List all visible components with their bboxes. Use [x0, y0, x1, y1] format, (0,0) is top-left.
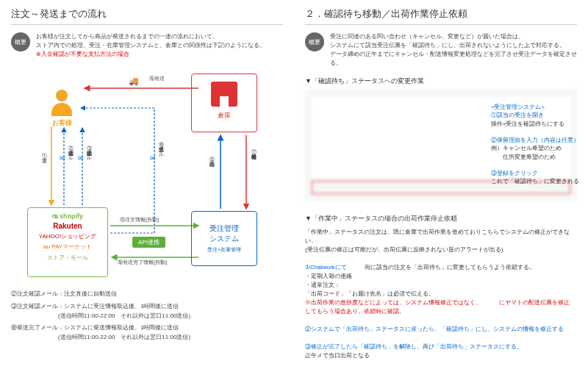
footer-notes: ②注文確認メール：注文直後に自動送信 ③注文確認メール：システムに受注情報取込後… — [11, 290, 283, 343]
summary-text: お客様が注文してから商品が発送されるまでの一連の流れにおいて、 ストア内での処理… — [36, 32, 265, 59]
section1-title: ▼「確認待ち」ステータスへの変更作業 — [305, 76, 577, 86]
customer-node: お客様 — [51, 90, 72, 128]
rakuten-logo: Rakuten — [32, 222, 103, 230]
api-badge: API連携 — [132, 237, 165, 248]
label-shipping: ⑥発送 — [149, 75, 165, 82]
side-steps: <受注管理システム> ①該当の受注を開き 操作>受注を確認待ちにする ②保留理由… — [491, 103, 579, 186]
aupay-logo: au PAYマーケット — [32, 243, 103, 251]
right-summary: 概要 受注に関連のある問い合わせ（キャンセル、変更など）が届いた場合は、 システ… — [305, 32, 577, 68]
yahoo-logo: YAHOO!ショッピング — [32, 232, 103, 240]
mail-icon: ✉ — [150, 154, 156, 162]
label-accept: ③受注確認メール — [85, 141, 93, 158]
label-shipdone: ⑧発送完了メール — [157, 137, 165, 154]
section2-body: 「作業中」ステータスの注文は、既に倉庫で出荷作業を進めておりこちらでシステムの修… — [305, 228, 577, 360]
oms-node: 受注管理 システム 受注+在庫管理 — [191, 211, 257, 266]
label-confirm: ②注文確認メール — [67, 141, 74, 158]
summary-badge: 概要 — [305, 32, 324, 51]
label-shipinfo: ⑨発送完了情報(自動) — [118, 259, 168, 266]
label-report: ⑦発送情報登録 — [250, 145, 257, 150]
label-order: ①注文 — [40, 148, 48, 154]
shopify-logo: shopify — [32, 212, 103, 220]
mail-icon: ✉ — [60, 154, 65, 162]
store-node: shopify Rakuten YAHOO!ショッピング au PAYマーケット… — [27, 207, 108, 277]
section2-title: ▼「作業中」ステータスの場合の出荷作業停止依頼 — [305, 214, 577, 223]
flow-diagram: お客様 🚚 ⑥発送 倉庫 shopify Rakuten YAHOO!ショッピン… — [11, 68, 283, 281]
label-orderinfo: ④注文情報(自動) — [120, 216, 159, 223]
label-instr: ⑤出荷指示 — [208, 152, 215, 157]
right-title: ２．確認待ち移動／出荷作業停止依頼 — [305, 7, 577, 25]
right-panel: ２．確認待ち移動／出荷作業停止依頼 概要 受注に関連のある問い合わせ（キャンセル… — [294, 0, 588, 383]
truck-icon: 🚚 — [129, 76, 139, 86]
person-icon — [56, 90, 68, 101]
warehouse-node: 倉庫 — [191, 74, 257, 132]
warehouse-icon — [211, 86, 237, 107]
mail-icon: ✉ — [78, 154, 84, 162]
left-panel: 注文～発送までの流れ 概要 お客様が注文してから商品が発送されるまでの一連の流れ… — [0, 0, 294, 383]
summary-badge: 概要 — [11, 32, 30, 51]
left-summary: 概要 お客様が注文してから商品が発送されるまでの一連の流れにおいて、 ストア内で… — [11, 32, 283, 59]
left-title: 注文～発送までの流れ — [11, 7, 283, 25]
